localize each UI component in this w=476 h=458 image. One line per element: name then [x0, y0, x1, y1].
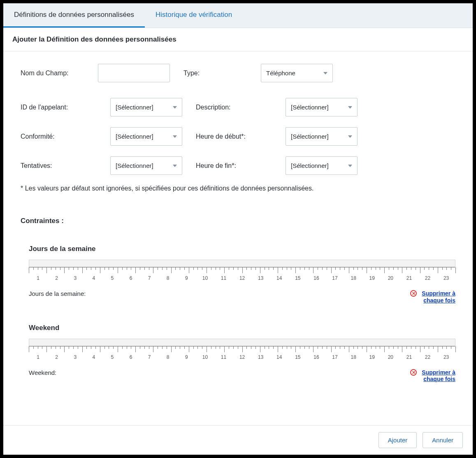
compliance-value: [Sélectionner] [116, 133, 153, 140]
start-time-value: [Sélectionner] [291, 133, 329, 140]
delete-icon[interactable]: ✕ [410, 369, 417, 376]
weekdays-delete-group: ✕ Supprimer àchaque fois [410, 290, 455, 304]
field-name-input[interactable] [98, 64, 170, 82]
attempts-label: Tentatives: [21, 162, 99, 170]
tab-verification-history[interactable]: Historique de vérification [145, 3, 243, 28]
cancel-button[interactable]: Annuler [423, 432, 463, 448]
weekend-block: Weekend 12345678910111213141516171819202… [21, 324, 455, 383]
content-area: Nom du Champ: Type: Téléphone ID de l'ap… [3, 51, 473, 425]
page-title: Ajouter la Définition des données person… [3, 28, 473, 51]
chevron-down-icon [348, 135, 352, 138]
chevron-down-icon [173, 106, 177, 109]
end-time-label: Heure de fin*: [196, 162, 274, 170]
tab-bar: Définitions de données personnalisées Hi… [3, 3, 473, 28]
add-button[interactable]: Ajouter [378, 432, 417, 448]
weekdays-foot-label: Jours de la semaine: [29, 290, 86, 297]
footnote-text: * Les valeurs par défaut sont ignorées, … [21, 185, 455, 192]
type-select[interactable]: Téléphone [261, 64, 333, 82]
weekend-delete-link[interactable]: Supprimer àchaque fois [422, 369, 455, 383]
weekend-foot-label: Weekend: [29, 369, 56, 376]
app-window: Définitions de données personnalisées Hi… [3, 3, 473, 455]
weekend-ruler [29, 346, 455, 353]
field-name-label: Nom du Champ: [21, 70, 86, 77]
weekdays-slider[interactable] [29, 260, 455, 267]
end-time-select[interactable]: [Sélectionner] [286, 156, 358, 175]
weekdays-heading: Jours de la semaine [29, 245, 455, 253]
attempts-value: [Sélectionner] [116, 162, 153, 169]
weekend-slider[interactable] [29, 339, 455, 346]
type-label: Type: [183, 70, 249, 77]
caller-id-value: [Sélectionner] [116, 104, 153, 111]
chevron-down-icon [173, 165, 177, 167]
type-select-value: Téléphone [266, 70, 295, 77]
chevron-down-icon [173, 135, 177, 138]
weekdays-delete-link[interactable]: Supprimer àchaque fois [422, 290, 455, 304]
constraints-heading: Contraintes : [21, 217, 455, 225]
end-time-value: [Sélectionner] [291, 162, 329, 169]
chevron-down-icon [348, 165, 352, 167]
weekdays-block: Jours de la semaine 12345678910111213141… [21, 245, 455, 304]
weekdays-hour-labels: 1234567891011121314151617181920212223 [29, 275, 455, 281]
description-value: [Sélectionner] [291, 104, 329, 111]
weekend-hour-labels: 1234567891011121314151617181920212223 [29, 354, 455, 360]
chevron-down-icon [348, 106, 352, 109]
attempts-select[interactable]: [Sélectionner] [110, 156, 182, 175]
top-field-grid: Nom du Champ: Type: Téléphone [21, 64, 455, 82]
delete-icon[interactable]: ✕ [410, 290, 417, 297]
description-select[interactable]: [Sélectionner] [286, 98, 358, 116]
chevron-down-icon [323, 72, 327, 74]
caller-id-label: ID de l'appelant: [21, 104, 99, 111]
description-label: Description: [196, 104, 274, 111]
weekdays-ruler [29, 267, 455, 274]
weekend-heading: Weekend [29, 324, 455, 332]
weekend-delete-group: ✕ Supprimer àchaque fois [410, 369, 455, 383]
compliance-select[interactable]: [Sélectionner] [110, 127, 182, 146]
start-time-select[interactable]: [Sélectionner] [286, 127, 358, 146]
compliance-label: Conformité: [21, 133, 99, 140]
tab-custom-data-definitions[interactable]: Définitions de données personnalisées [3, 3, 145, 28]
start-time-label: Heure de début*: [196, 133, 274, 140]
property-grid: ID de l'appelant: [Sélectionner] Descrip… [21, 98, 455, 175]
caller-id-select[interactable]: [Sélectionner] [110, 98, 182, 116]
footer-bar: Ajouter Annuler [3, 425, 473, 455]
